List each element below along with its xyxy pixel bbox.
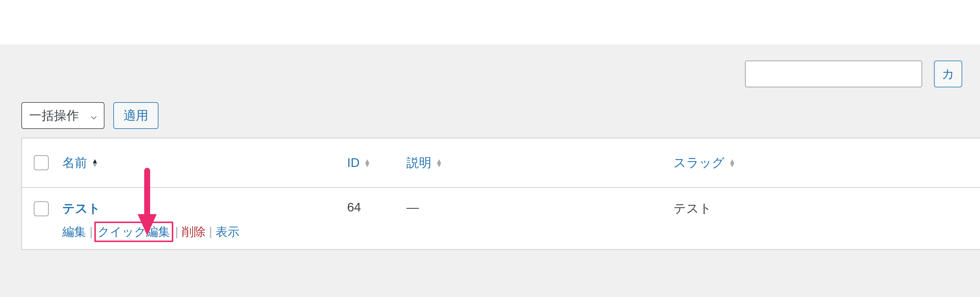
column-header-name[interactable]: 名前 ▲▼	[62, 155, 347, 171]
sort-icon: ▲▼	[729, 159, 736, 167]
cell-description: —	[406, 200, 673, 214]
delete-link[interactable]: 削除	[179, 224, 208, 240]
table-row: テスト 編集 | クイック編集 | 削除 | 表示 64 — テスト	[22, 188, 980, 249]
terms-table: 名前 ▲▼ ID ▲▼ 説明 ▲▼	[21, 138, 980, 250]
search-bar: カ	[21, 57, 980, 90]
column-header-name-label: 名前	[62, 155, 87, 171]
quick-edit-link[interactable]: クイック編集	[94, 222, 173, 242]
search-input[interactable]	[745, 61, 922, 87]
chevron-down-icon: ⌵	[91, 110, 97, 121]
apply-button[interactable]: 適用	[113, 102, 158, 129]
sort-icon: ▲▼	[364, 159, 371, 167]
cell-slug: テスト	[673, 200, 980, 217]
table-header-row: 名前 ▲▼ ID ▲▼ 説明 ▲▼	[22, 138, 980, 188]
sort-icon: ▲▼	[436, 159, 443, 167]
bulk-action-label: 一括操作	[29, 107, 79, 124]
separator: |	[208, 225, 213, 238]
select-all-checkbox[interactable]	[34, 155, 49, 170]
edit-link[interactable]: 編集	[62, 224, 89, 240]
sort-icon: ▲▼	[91, 159, 99, 167]
bulk-action-select[interactable]: 一括操作 ⌵	[21, 102, 105, 129]
column-header-slug-label: スラッグ	[673, 155, 725, 171]
view-link[interactable]: 表示	[213, 224, 242, 240]
column-header-slug[interactable]: スラッグ ▲▼	[673, 155, 980, 171]
term-title-link[interactable]: テスト	[62, 200, 347, 217]
bulk-actions-bar: 一括操作 ⌵ 適用	[21, 102, 980, 129]
column-header-id[interactable]: ID ▲▼	[347, 156, 406, 170]
row-actions: 編集 | クイック編集 | 削除 | 表示	[62, 222, 347, 242]
search-button[interactable]: カ	[934, 61, 962, 87]
top-panel	[0, 0, 980, 45]
column-header-description[interactable]: 説明 ▲▼	[406, 155, 673, 171]
column-header-description-label: 説明	[406, 155, 431, 171]
separator: |	[175, 225, 178, 238]
separator: |	[89, 225, 93, 238]
cell-id: 64	[347, 200, 406, 214]
row-checkbox[interactable]	[34, 201, 49, 216]
column-header-id-label: ID	[347, 156, 360, 170]
